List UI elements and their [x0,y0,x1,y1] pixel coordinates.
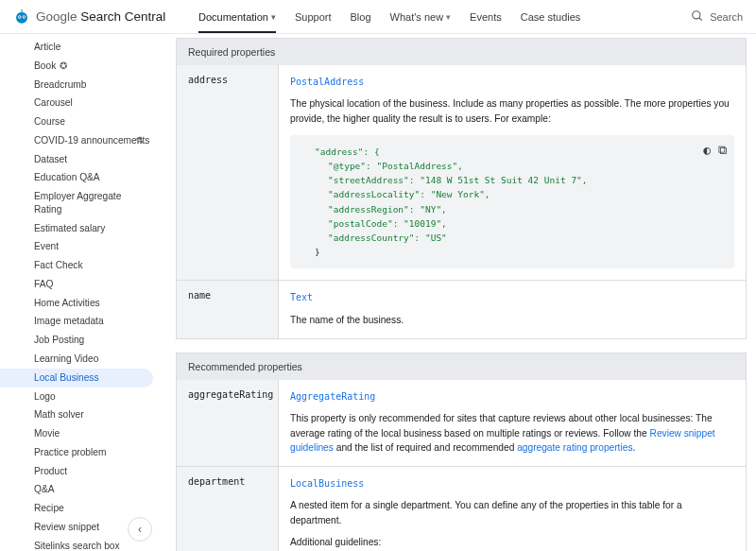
chevron-left-icon: ‹ [138,523,142,536]
type-link-aggregaterating[interactable]: AggregateRating [290,391,375,402]
nav-blog[interactable]: Blog [351,0,371,33]
property-description: A nested item for a single department. Y… [290,498,734,527]
theme-toggle-icon[interactable]: ◐ [703,141,711,161]
search-label: Search [710,11,743,23]
sidebar-item-salary[interactable]: Estimated salary [0,219,161,238]
sidebar-item-employer[interactable]: Employer Aggregate Rating [0,187,161,219]
primary-nav: Documentation▾ Support Blog What's new▾ … [198,0,580,33]
sidebar-item-article[interactable]: Article [0,38,161,57]
nav-events[interactable]: Events [470,0,502,33]
sidebar-item-fact-check[interactable]: Fact Check [0,256,161,275]
nav-whats-new[interactable]: What's new▾ [390,0,452,33]
required-properties-header: Required properties [176,38,747,65]
logo-text: Google Search Central [36,9,165,24]
sidebar-item-covid[interactable]: COVID-19 announcements⚗ [0,131,161,150]
svg-point-3 [19,16,21,18]
flask-icon: ⚗ [135,134,144,147]
sidebar-item-recipe[interactable]: Recipe [0,499,161,518]
verified-icon: ✪ [60,60,67,73]
nav-documentation[interactable]: Documentation▾ [198,0,276,33]
type-link-text[interactable]: Text [290,292,313,302]
search-button[interactable]: Search [691,9,743,25]
sidebar-item-job-posting[interactable]: Job Posting [0,331,161,350]
property-name: aggregateRating [177,380,279,466]
code-example: ◐ ⧉ "address": { "@type": "PostalAddress… [290,135,734,269]
link-aggregate-rating-properties[interactable]: aggregate rating properties [517,442,632,453]
svg-point-6 [21,9,23,10]
property-body: PostalAddress The physical location of t… [279,65,746,280]
sidebar-item-practice-problem[interactable]: Practice problem [0,443,161,462]
property-description: The name of the business. [290,313,734,327]
chevron-down-icon: ▾ [271,12,276,22]
type-link-postaladdress[interactable]: PostalAddress [290,77,364,87]
type-link-localbusiness[interactable]: LocalBusiness [290,478,364,489]
sidebar-item-education-qa[interactable]: Education Q&A [0,168,161,187]
sidebar-item-image-metadata[interactable]: Image metadata [0,312,161,331]
property-name: department [177,467,279,551]
svg-point-7 [693,10,700,18]
property-name: address [177,65,279,280]
sidebar-item-breadcrumb[interactable]: Breadcrumb [0,76,161,95]
sidebar-item-dataset[interactable]: Dataset [0,150,161,169]
sidebar-item-qa[interactable]: Q&A [0,480,161,499]
property-body: LocalBusiness A nested item for a single… [279,467,746,551]
svg-point-0 [16,11,27,23]
sidebar-item-product[interactable]: Product [0,462,161,481]
property-body: Text The name of the business. [279,281,746,338]
property-row-aggregate-rating: aggregateRating AggregateRating This pro… [176,380,747,467]
property-description: This property is only recommended for si… [290,411,734,455]
additional-guidelines-label: Additional guidelines: [290,535,734,549]
sidebar-item-book[interactable]: Book ✪ [0,57,161,76]
sidebar-item-learning-video[interactable]: Learning Video [0,350,161,369]
sidebar-item-local-business[interactable]: Local Business [0,369,153,387]
svg-line-8 [699,17,702,20]
sidebar-item-math-solver[interactable]: Math solver [0,405,161,424]
collapse-sidebar-button[interactable]: ‹ [128,517,152,542]
property-row-department: department LocalBusiness A nested item f… [176,467,747,551]
logo-area[interactable]: Google Search Central [13,9,198,26]
top-header: Google Search Central Documentation▾ Sup… [0,0,756,34]
sidebar-nav: Article Book ✪ Breadcrumb Carousel Cours… [0,34,161,551]
sidebar-item-movie[interactable]: Movie [0,424,161,443]
property-description: The physical location of the business. I… [290,96,734,126]
search-icon [691,9,704,25]
sidebar-item-home-activities[interactable]: Home Activities [0,294,161,313]
sidebar-item-faq[interactable]: FAQ [0,275,161,294]
property-body: AggregateRating This property is only re… [279,380,746,466]
property-name: name [177,281,279,338]
nav-case-studies[interactable]: Case studies [521,0,581,33]
recommended-properties-header: Recommended properties [176,353,747,380]
sidebar-item-carousel[interactable]: Carousel [0,94,161,112]
nav-support[interactable]: Support [295,0,332,33]
sidebar-item-event[interactable]: Event [0,237,161,256]
svg-point-4 [24,16,26,18]
sidebar-item-logo[interactable]: Logo [0,387,161,406]
google-bot-icon [13,9,30,26]
sidebar-item-course[interactable]: Course [0,112,161,131]
copy-icon[interactable]: ⧉ [718,141,727,161]
property-row-address: address PostalAddress The physical locat… [176,65,747,281]
chevron-down-icon: ▾ [446,12,451,22]
main-content: Required properties address PostalAddres… [161,34,756,551]
property-row-name: name Text The name of the business. [176,281,747,339]
